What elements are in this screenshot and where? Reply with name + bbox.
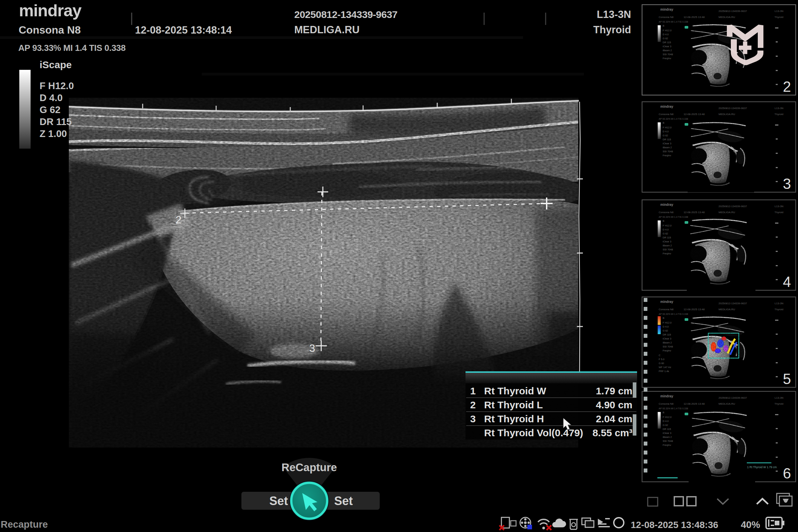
svg-text:2: 2 xyxy=(470,399,476,410)
svg-text:Set: Set xyxy=(334,494,353,508)
svg-text:mindray: mindray xyxy=(19,1,82,20)
svg-text:DR 115: DR 115 xyxy=(40,116,72,127)
svg-text:1: 1 xyxy=(470,385,476,396)
svg-text:G 62: G 62 xyxy=(40,104,60,115)
svg-text:D 4.0: D 4.0 xyxy=(40,92,62,103)
svg-text:12-08-2025 13:48:14: 12-08-2025 13:48:14 xyxy=(135,24,232,36)
svg-text:Consona N8: Consona N8 xyxy=(19,24,81,36)
svg-text:C: C xyxy=(659,354,661,357)
svg-text:Thyroid: Thyroid xyxy=(593,24,631,36)
svg-text:40%: 40% xyxy=(741,519,760,530)
svg-text:1 Rt Thyroid W 1.79 cm: 1 Rt Thyroid W 1.79 cm xyxy=(747,466,777,469)
svg-text:Rt Thyroid W: Rt Thyroid W xyxy=(484,385,546,396)
svg-text:Recapture: Recapture xyxy=(1,519,48,530)
svg-text:6: 6 xyxy=(783,465,791,481)
svg-text:2: 2 xyxy=(175,214,182,226)
svg-text:3: 3 xyxy=(309,342,315,354)
svg-text:2: 2 xyxy=(783,78,791,95)
svg-text:F H12.0: F H12.0 xyxy=(40,80,74,91)
svg-text:3: 3 xyxy=(783,175,791,192)
svg-text:G 60: G 60 xyxy=(659,362,664,365)
svg-text:iScape: iScape xyxy=(40,59,72,70)
svg-text:WF 147 Hz: WF 147 Hz xyxy=(659,366,671,369)
svg-text:4: 4 xyxy=(783,274,791,290)
svg-text:2.04 cm: 2.04 cm xyxy=(596,413,632,424)
svg-text:AP 93.33% MI 1.4 TIS 0.338: AP 93.33% MI 1.4 TIS 0.338 xyxy=(18,43,126,53)
svg-text:Rt Thyroid H: Rt Thyroid H xyxy=(484,413,544,424)
svg-text:20250812-134339-9637: 20250812-134339-9637 xyxy=(294,9,397,20)
svg-text:MEDLIGA.RU: MEDLIGA.RU xyxy=(294,24,359,36)
svg-text:12-08-2025 13:48:36: 12-08-2025 13:48:36 xyxy=(631,520,718,530)
svg-text:Z 1.00: Z 1.00 xyxy=(40,128,67,139)
svg-text:1.79 cm: 1.79 cm xyxy=(596,385,632,396)
svg-text:5: 5 xyxy=(783,371,791,387)
svg-text:Rt Thyroid L: Rt Thyroid L xyxy=(484,399,543,410)
svg-text:ReCapture: ReCapture xyxy=(282,461,337,474)
svg-text:L13-3N: L13-3N xyxy=(597,8,631,20)
svg-text:8.55 cm³: 8.55 cm³ xyxy=(592,427,632,438)
svg-text:PRF 1.4k: PRF 1.4k xyxy=(659,370,669,373)
svg-text:4.90 cm: 4.90 cm xyxy=(596,399,632,410)
svg-text:Set: Set xyxy=(269,494,288,508)
svg-text:F 5.0: F 5.0 xyxy=(659,358,664,361)
svg-text:3: 3 xyxy=(470,413,476,424)
